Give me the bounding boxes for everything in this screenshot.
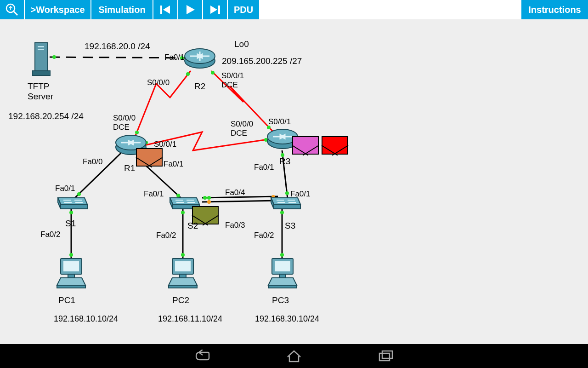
svg-marker-54	[271, 198, 300, 204]
back-button[interactable]	[193, 347, 211, 365]
link-dot	[181, 211, 185, 214]
svg-rect-67	[175, 261, 191, 271]
svg-line-1	[14, 12, 17, 15]
toolbar-spacer	[260, 0, 521, 19]
svg-rect-70	[169, 285, 197, 288]
label-subnet-tftp: 192.168.20.0 /24	[85, 41, 150, 52]
svg-rect-17	[32, 71, 51, 75]
label-pc2: PC2	[172, 295, 189, 305]
link-dot	[211, 71, 215, 75]
iflabel: Fa0/1	[164, 53, 184, 62]
link-dot	[181, 253, 185, 257]
label-lo0: Lo0	[234, 39, 249, 49]
iflabel: Fa0/1	[290, 190, 310, 199]
device-r2[interactable]	[184, 47, 216, 70]
svg-line-12	[202, 201, 278, 202]
svg-rect-76	[379, 353, 390, 361]
play-button[interactable]	[178, 0, 203, 19]
svg-rect-62	[63, 261, 79, 271]
label-s3: S3	[285, 221, 295, 231]
link-dot	[203, 196, 207, 200]
workspace-button[interactable]: >Workspace	[25, 0, 91, 19]
svg-rect-72	[275, 261, 290, 271]
svg-rect-65	[57, 285, 85, 288]
recents-button[interactable]	[377, 347, 395, 365]
iflabel: Fa0/1	[55, 184, 75, 193]
link-dot	[280, 253, 284, 257]
link-dot	[52, 55, 56, 59]
iflabel: S0/0/0 DCE	[113, 114, 136, 132]
inspect-button[interactable]	[0, 0, 25, 19]
label-pc2-ip: 192.168.11.10/24	[158, 314, 222, 324]
iflabel: Fa0/1	[144, 190, 164, 199]
label-r3: R3	[279, 156, 290, 167]
iflabel: S0/0/1	[154, 140, 176, 149]
svg-marker-3	[163, 6, 170, 14]
svg-rect-19	[38, 49, 44, 50]
iflabel: Fa0/2	[156, 231, 176, 240]
svg-rect-75	[268, 285, 297, 288]
instructions-button[interactable]: Instructions	[521, 0, 588, 19]
pdu-button[interactable]: PDU	[228, 0, 260, 19]
label-pc1: PC1	[58, 295, 75, 305]
svg-marker-42	[61, 204, 87, 209]
iflabel: Fa0/0	[83, 157, 102, 167]
iflabel: Fa0/2	[40, 230, 60, 239]
iflabel: S0/0/1 DCE	[221, 71, 244, 90]
iflabel: Fa0/2	[254, 231, 274, 240]
label-tftp-ip: 192.168.20.254 /24	[8, 111, 84, 121]
device-tftp-server[interactable]	[32, 42, 51, 77]
android-navbar	[0, 344, 588, 368]
pdu-envelope[interactable]	[136, 148, 163, 167]
iflabel: S0/0/0	[147, 78, 170, 87]
svg-marker-69	[169, 278, 197, 285]
link-dot	[207, 200, 211, 204]
simulation-button[interactable]: Simulation	[91, 0, 153, 19]
home-button[interactable]	[285, 347, 303, 365]
svg-rect-2	[160, 6, 162, 14]
links-layer	[0, 19, 588, 344]
pdu-envelope[interactable]	[292, 136, 319, 155]
svg-marker-6	[210, 6, 217, 14]
link-dot	[69, 253, 73, 257]
device-pc3[interactable]	[266, 258, 299, 290]
toolbar: >Workspace Simulation PDU Instructions	[0, 0, 588, 19]
svg-marker-74	[268, 278, 297, 285]
label-pc3: PC3	[272, 295, 289, 305]
iflabel: Fa0/3	[225, 221, 245, 230]
svg-marker-56	[274, 204, 300, 209]
svg-marker-47	[170, 198, 199, 204]
svg-rect-68	[180, 274, 186, 278]
label-s2: S2	[187, 221, 198, 231]
svg-marker-40	[58, 198, 87, 204]
link-dot	[69, 211, 73, 214]
label-s1: S1	[65, 218, 76, 229]
label-pc3-ip: 192.168.30.10/24	[255, 314, 319, 324]
svg-marker-64	[57, 278, 85, 285]
device-s1[interactable]	[54, 193, 88, 211]
svg-rect-73	[279, 274, 286, 278]
iflabel: S0/0/0 DCE	[231, 120, 253, 138]
iflabel: Fa0/1	[164, 160, 183, 169]
step-back-button[interactable]	[153, 0, 178, 19]
label-r2: R2	[194, 81, 205, 92]
iflabel: Fa0/4	[225, 188, 245, 197]
pdu-envelope[interactable]	[322, 136, 348, 155]
svg-rect-5	[218, 6, 220, 14]
link-dot	[186, 72, 190, 76]
svg-marker-4	[187, 5, 195, 14]
svg-rect-77	[382, 351, 392, 358]
link-dot	[280, 211, 284, 214]
svg-rect-63	[68, 274, 74, 278]
device-pc1[interactable]	[55, 258, 87, 290]
label-lo0-ip: 209.165.200.225 /27	[222, 56, 302, 66]
iflabel: S0/0/1	[268, 117, 291, 126]
link-dot	[207, 196, 211, 200]
label-tftp: TFTP Server	[28, 81, 53, 102]
topology-canvas[interactable]: TFTP Server 192.168.20.254 /24 R2 R1 R3 …	[0, 19, 588, 344]
svg-rect-18	[38, 46, 44, 47]
iflabel: Fa0/1	[254, 163, 274, 172]
device-pc2[interactable]	[167, 258, 199, 290]
step-forward-button[interactable]	[203, 0, 228, 19]
label-pc1-ip: 192.168.10.10/24	[54, 314, 118, 324]
